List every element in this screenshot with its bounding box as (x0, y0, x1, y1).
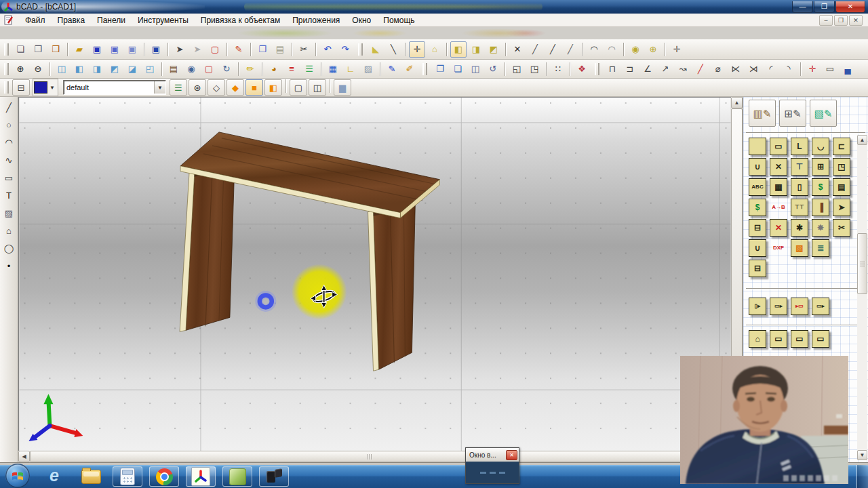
zoom-in-button[interactable]: ⊕ (12, 61, 28, 77)
snap-endpoint-button[interactable]: ╱ (562, 41, 578, 58)
viewport-3d[interactable] (18, 97, 731, 451)
draw-rectangle-button[interactable]: ▭ (1, 169, 17, 186)
panel-curved-button[interactable]: ◡ (812, 138, 829, 155)
undo-button[interactable]: ↶ (319, 41, 336, 58)
snap-contour-button[interactable]: ⌂ (427, 41, 443, 58)
menu-panels[interactable]: Панели (91, 15, 132, 26)
taskbar-calculator[interactable] (113, 466, 142, 487)
hidden-tool-4-button[interactable]: ▭ (812, 330, 829, 348)
snap-tangent-button[interactable]: ◠ (604, 41, 620, 58)
dim-linear-button[interactable]: ↗ (657, 61, 673, 77)
duplicate-button[interactable]: ❐ (432, 61, 448, 77)
select-button[interactable]: ➤ (172, 41, 188, 58)
plot-button[interactable]: ▄ (840, 61, 856, 77)
draw-hatch-button[interactable]: ▨ (1, 205, 17, 221)
price-list-button[interactable]: $ (749, 199, 766, 216)
cabinet-body-button[interactable]: ⊞ (812, 158, 829, 176)
minimize-button[interactable]: — (792, 1, 813, 13)
snap-quadrant-button[interactable]: ⊕ (645, 41, 661, 58)
redo-button[interactable]: ↷ (337, 41, 353, 58)
show-desktop-button[interactable] (856, 465, 868, 488)
deselect-button[interactable]: ➤ (189, 41, 205, 58)
delete-panel-button[interactable]: ✕ (770, 219, 787, 237)
camera-position-button[interactable]: ◉ (183, 61, 199, 77)
pin-toolbar-button[interactable]: ⊟ (12, 79, 30, 96)
panel-drawing-button[interactable]: ◳ (833, 158, 850, 176)
draw-arc-button[interactable]: ◠ (1, 134, 17, 150)
toolbar-grip[interactable] (4, 43, 9, 56)
scroll-up-button[interactable]: ▲ (857, 135, 867, 145)
cutting-map-button[interactable]: ✂ (833, 219, 850, 237)
scroll-up-button[interactable]: ▲ (731, 97, 743, 108)
color-picker-button[interactable]: ▼ (33, 79, 58, 96)
pick-panel-button[interactable]: ➤ (833, 199, 850, 216)
taskbar-windows-explorer[interactable] (76, 466, 106, 487)
fillet-button[interactable]: ◜ (763, 61, 779, 77)
panel-list-button[interactable]: ▯ (791, 178, 808, 196)
view-back-button[interactable]: ◪ (124, 61, 140, 77)
coordinates-xyz-button[interactable]: ✛ (804, 61, 821, 77)
snap-middle-button[interactable]: ╱ (545, 41, 561, 58)
taskbar-notes-app[interactable] (222, 466, 252, 487)
draw-ellipse-button[interactable]: ◯ (1, 240, 17, 256)
chevron-down-icon[interactable]: ▼ (154, 81, 165, 94)
save-as-button[interactable]: ▣ (106, 41, 123, 58)
rename-panels-button[interactable]: A→B (770, 199, 787, 216)
dxf-export-button[interactable]: DXF (770, 239, 787, 257)
snap-arc-point-button[interactable]: ◠ (586, 41, 602, 58)
edit-object-button[interactable]: ✎ (231, 41, 247, 58)
toolbar-grip[interactable] (4, 81, 9, 94)
snap-to-plane-button[interactable]: ◣ (368, 41, 384, 58)
viewport-horizontal-scrollbar[interactable]: ◀ ▶ (18, 451, 731, 462)
dim-edge-button[interactable]: ╱ (692, 61, 709, 77)
hidden-tool-2-button[interactable]: ▭ (770, 330, 787, 348)
array-button[interactable]: ∷ (550, 61, 566, 77)
rotate-90-button[interactable]: ↺ (485, 61, 501, 77)
saw-disc-button[interactable]: ✸ (812, 219, 829, 237)
open-file-button[interactable]: ▰ (71, 41, 87, 58)
edit-contour-button[interactable]: ⊓ (604, 61, 620, 77)
new-from-prototype-button[interactable]: ❐ (30, 41, 46, 58)
taskbar-chrome[interactable] (149, 466, 179, 487)
zoom-window-button[interactable]: ▢ (201, 61, 217, 77)
menu-object-snap[interactable]: Привязка к объектам (195, 15, 286, 26)
new-document-button[interactable]: ❏ (12, 41, 28, 58)
trim-left-button[interactable]: ⋉ (728, 61, 744, 77)
zoom-out-button[interactable]: ⊖ (30, 61, 46, 77)
snap-box-vertex-button[interactable]: ◧ (450, 41, 467, 58)
mark-panels-button[interactable]: ABC (749, 178, 766, 196)
copy-to-clipboard-button[interactable]: ❐ (254, 41, 271, 58)
edit-nodes-button[interactable]: ∠ (639, 61, 656, 77)
scroll-track[interactable] (857, 145, 867, 450)
save-button[interactable]: ▣ (89, 41, 105, 58)
insert-fragment-button[interactable]: ❖ (574, 61, 590, 77)
hardware-editor-button[interactable]: ⊞✎ (779, 100, 806, 127)
horizontal-scroll-thumb[interactable] (30, 451, 708, 462)
menu-tools[interactable]: Инструменты (132, 15, 195, 26)
small-cabinet-button[interactable]: ⊟ (749, 260, 766, 277)
material-editor-button[interactable]: ▧✎ (810, 100, 837, 127)
door-assignment-button[interactable]: ▐ (812, 199, 829, 216)
cabinet-assembly-button[interactable]: ⊟ (749, 219, 766, 237)
background-settings-button[interactable]: ▨ (360, 61, 376, 77)
menu-file[interactable]: Файл (19, 15, 52, 26)
panel-rectangular-button[interactable] (749, 138, 766, 155)
snap-perpendicular-button[interactable]: ╲ (385, 41, 401, 58)
draw-text-button[interactable]: T (1, 187, 17, 203)
dim-aligned-button[interactable]: ↝ (675, 61, 691, 77)
draw-circle-button[interactable]: ○ (1, 117, 17, 133)
edge-banding-button[interactable]: ⊤ (791, 158, 808, 176)
explode-group-button[interactable]: ◳ (526, 61, 542, 77)
panel-editor-button[interactable]: ▥✎ (749, 100, 776, 127)
render-textured-button[interactable]: ◧ (264, 79, 282, 96)
mdi-restore-button[interactable]: ❐ (834, 15, 848, 26)
dim-diameter-button[interactable]: ⌀ (710, 61, 726, 77)
layer-combobox[interactable]: default ▼ (63, 80, 166, 95)
snap-box-edge-button[interactable]: ◨ (468, 41, 484, 58)
align-inside-button[interactable]: ▸▭ (791, 298, 808, 315)
close-button[interactable]: ✕ (835, 1, 865, 13)
view-axonometric-button[interactable]: ◰ (142, 61, 158, 77)
cut-to-clipboard-button[interactable]: ✂ (296, 41, 312, 58)
specification-table-button[interactable]: ▦ (770, 178, 787, 196)
box-view-multi-button[interactable]: ◫ (309, 79, 326, 96)
